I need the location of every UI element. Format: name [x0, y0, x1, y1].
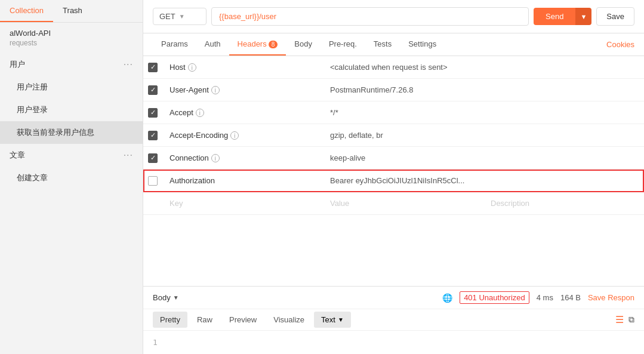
header-desc-placeholder: Description [483, 194, 644, 213]
header-key-host: Host i [162, 58, 323, 76]
copy-icon[interactable]: ⧉ [628, 315, 634, 325]
header-desc-accept-encoding [483, 131, 644, 140]
headers-table: Host i <calculated when request is sent>… [143, 56, 644, 286]
tab-headers-label: Headers [238, 39, 267, 48]
header-checkbox-useragent[interactable] [148, 85, 158, 95]
header-key-connection: Connection i [162, 149, 323, 167]
header-checkbox-authorization[interactable] [148, 176, 158, 186]
sidebar-item-register[interactable]: 用户注册 [0, 76, 143, 98]
resp-format-dropdown[interactable]: Text ▼ [314, 312, 351, 328]
info-icon-host: i [188, 63, 196, 72]
header-checkbox-accept-encoding[interactable] [148, 131, 158, 140]
header-desc-authorization [483, 176, 644, 186]
header-key-authorization: Authorization [162, 171, 323, 190]
info-icon-useragent: i [211, 86, 220, 94]
header-value-useragent: PostmanRuntime/7.26.8 [323, 81, 483, 99]
send-button[interactable]: Send [534, 8, 575, 25]
header-desc-connection [483, 153, 644, 163]
resp-actions: ☰ ⧉ [615, 314, 634, 325]
response-size: 164 B [560, 293, 581, 302]
response-time: 4 ms [537, 293, 553, 302]
method-select[interactable]: GET ▼ [153, 8, 207, 25]
sidebar-tabs: Collection Trash [0, 0, 143, 23]
sidebar-create-article-label: 创建文章 [17, 173, 133, 183]
api-sub-label: requests [10, 39, 37, 47]
header-key-placeholder: Key [162, 194, 323, 213]
header-row-accept: Accept i */* [143, 101, 644, 124]
header-row-accept-encoding: Accept-Encoding i gzip, deflate, br [143, 124, 644, 147]
sidebar-users-label: 用户 [10, 59, 124, 70]
resp-tab-preview[interactable]: Preview [222, 312, 264, 328]
header-checkbox-host[interactable] [148, 63, 158, 72]
headers-badge: 8 [269, 41, 278, 48]
header-row-host: Host i <calculated when request is sent> [143, 56, 644, 79]
response-meta: 🌐 401 Unauthorized 4 ms 164 B Save Respo… [442, 291, 634, 304]
header-value-host: <calculated when request is sent> [323, 58, 483, 76]
header-value-placeholder: Value [323, 194, 483, 213]
info-icon-connection: i [211, 154, 220, 162]
header-row-connection: Connection i keep-alive [143, 147, 644, 170]
save-response-button[interactable]: Save Respon [588, 293, 634, 302]
sidebar-tab-trash[interactable]: Trash [53, 0, 92, 22]
sidebar-login-label: 用户登录 [17, 104, 133, 115]
header-desc-accept [483, 108, 644, 118]
sidebar: Collection Trash alWorld-API requests 用户… [0, 0, 143, 354]
header-value-connection: keep-alive [323, 149, 483, 167]
status-badge: 401 Unauthorized [460, 291, 529, 304]
header-checkbox-accept[interactable] [148, 108, 158, 118]
send-dropdown-button[interactable]: ▼ [575, 8, 591, 25]
sidebar-register-label: 用户注册 [17, 82, 133, 93]
sidebar-articles-label: 文章 [10, 150, 124, 161]
header-checkbox-connection[interactable] [148, 153, 158, 163]
header-desc-useragent [483, 85, 644, 95]
cookies-link[interactable]: Cookies [606, 34, 634, 55]
resp-format-chevron-icon: ▼ [338, 316, 344, 323]
sidebar-articles-more-icon[interactable]: ··· [124, 150, 133, 161]
sidebar-more-icon[interactable]: ··· [124, 59, 133, 70]
response-tabs: Pretty Raw Preview Visualize Text ▼ ☰ ⧉ [143, 309, 644, 331]
sidebar-api-name[interactable]: alWorld-API requests [0, 23, 143, 53]
url-input[interactable] [211, 7, 529, 26]
wrap-icon[interactable]: ☰ [615, 314, 624, 325]
request-tabs-bar: Params Auth Headers8 Body Pre-req. Tests… [143, 33, 644, 56]
tab-params[interactable]: Params [153, 33, 196, 56]
resp-tab-visualize[interactable]: Visualize [266, 312, 312, 328]
header-row-useragent: User-Agent i PostmanRuntime/7.26.8 [143, 79, 644, 101]
method-chevron-icon: ▼ [179, 13, 185, 20]
header-row-authorization: Authorization Bearer eyJhbGciOiJIUzl1NiI… [143, 170, 644, 192]
info-icon-accept: i [196, 109, 204, 117]
tab-settings[interactable]: Settings [400, 33, 445, 56]
header-value-accept-encoding: gzip, deflate, br [323, 126, 483, 144]
tab-tests[interactable]: Tests [365, 33, 400, 56]
body-chevron-icon[interactable]: ▼ [173, 294, 179, 301]
method-label: GET [159, 12, 175, 21]
resp-tab-pretty[interactable]: Pretty [153, 312, 187, 328]
response-bar: Body ▼ 🌐 401 Unauthorized 4 ms 164 B Sav… [143, 287, 644, 309]
main-panel: GET ▼ Send ▼ Save Params Auth Headers8 B… [143, 0, 644, 354]
tab-auth[interactable]: Auth [196, 33, 229, 56]
api-name-label: alWorld-API [10, 29, 51, 38]
resp-tab-raw[interactable]: Raw [190, 312, 220, 328]
response-body: 1 [143, 331, 644, 354]
resp-format-label: Text [321, 315, 335, 324]
tab-body[interactable]: Body [286, 33, 321, 56]
sidebar-item-articles[interactable]: 文章 ··· [0, 144, 143, 167]
header-row-empty: Key Value Description [143, 192, 644, 215]
sidebar-item-create-article[interactable]: 创建文章 [0, 167, 143, 189]
sidebar-item-login[interactable]: 用户登录 [0, 98, 143, 121]
send-btn-group: Send ▼ [534, 8, 591, 25]
info-icon-accept-encoding: i [230, 131, 239, 140]
header-key-accept-encoding: Accept-Encoding i [162, 126, 323, 144]
sidebar-current-user-label: 获取当前登录用户信息 [17, 127, 133, 138]
response-section: Body ▼ 🌐 401 Unauthorized 4 ms 164 B Sav… [143, 286, 644, 354]
header-value-accept: */* [323, 103, 483, 122]
sidebar-item-users[interactable]: 用户 ··· [0, 53, 143, 76]
sidebar-tab-collection[interactable]: Collection [0, 0, 53, 22]
request-tabs-left: Params Auth Headers8 Body Pre-req. Tests… [153, 33, 445, 56]
tab-headers[interactable]: Headers8 [229, 33, 286, 56]
tab-prereq[interactable]: Pre-req. [321, 33, 365, 56]
header-value-authorization: Bearer eyJhbGciOiJIUzl1NiIsInR5cCl... [323, 171, 483, 190]
save-button[interactable]: Save [596, 7, 634, 26]
sidebar-item-current-user[interactable]: 获取当前登录用户信息 [0, 121, 143, 144]
body-label: Body ▼ [153, 293, 179, 302]
